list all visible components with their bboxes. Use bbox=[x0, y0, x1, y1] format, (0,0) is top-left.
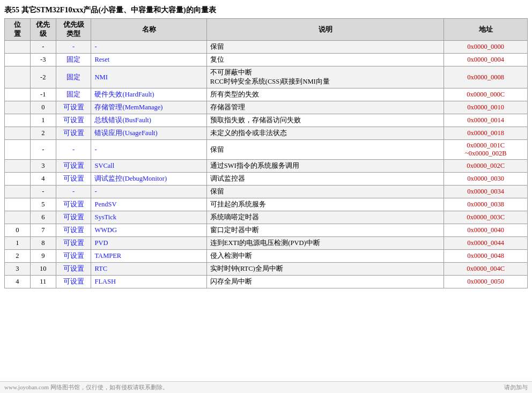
table-row: -2固定NMI不可屏蔽中断RCC时钟安全系统(CSS)联接到NMI向量0x000… bbox=[5, 66, 528, 88]
cell-priority: 3 bbox=[30, 160, 56, 173]
cell-name: 调试监控(DebugMonitor) bbox=[91, 173, 206, 186]
table-header-row: 位置 优先级 优先级类型 名称 说明 地址 bbox=[5, 19, 528, 41]
cell-priority-type: 可设置 bbox=[56, 263, 91, 276]
cell-name: 硬件失效(HardFault) bbox=[91, 88, 206, 101]
cell-priority-type: 可设置 bbox=[56, 127, 91, 140]
cell-desc: 预取指失败，存储器访问失败 bbox=[206, 114, 444, 127]
cell-desc: 保留 bbox=[206, 41, 444, 54]
cell-name: - bbox=[91, 41, 206, 54]
cell-priority-type: 可设置 bbox=[56, 114, 91, 127]
cell-priority: 8 bbox=[30, 237, 56, 250]
cell-priority-type: 可设置 bbox=[56, 237, 91, 250]
table-row: -3固定Reset复位0x0000_0004 bbox=[5, 54, 528, 66]
cell-priority-type: 可设置 bbox=[56, 198, 91, 211]
cell-pos: 3 bbox=[5, 263, 31, 276]
cell-priority-type: 可设置 bbox=[56, 250, 91, 263]
cell-name: FLASH bbox=[91, 276, 206, 288]
table-row: 0可设置存储管理(MemManage)存储器管理0x0000_0010 bbox=[5, 101, 528, 114]
cell-desc: 系统嘀嗒定时器 bbox=[206, 211, 444, 224]
cell-desc: 保留 bbox=[206, 186, 444, 198]
cell-priority-type: - bbox=[56, 41, 91, 54]
vector-table: 位置 优先级 优先级类型 名称 说明 地址 ---保留0x0000_0000-3… bbox=[4, 18, 528, 288]
cell-name: 总线错误(BusFault) bbox=[91, 114, 206, 127]
cell-priority-type: 可设置 bbox=[56, 101, 91, 114]
cell-desc: 侵入检测中断 bbox=[206, 250, 444, 263]
cell-desc: 连到EXTI的电源电压检测(PVD)中断 bbox=[206, 237, 444, 250]
table-row: 4可设置调试监控(DebugMonitor)调试监控器0x0000_0030 bbox=[5, 173, 528, 186]
cell-addr: 0x0000_004C bbox=[444, 263, 528, 276]
table-body: ---保留0x0000_0000-3固定Reset复位0x0000_0004-2… bbox=[5, 41, 528, 288]
cell-priority-type: 可设置 bbox=[56, 160, 91, 173]
cell-priority: 6 bbox=[30, 211, 56, 224]
table-row: 310可设置RTC实时时钟(RTC)全局中断0x0000_004C bbox=[5, 263, 528, 276]
cell-addr: 0x0000_0030 bbox=[444, 173, 528, 186]
cell-priority-type: 可设置 bbox=[56, 211, 91, 224]
cell-desc: 通过SWI指令的系统服务调用 bbox=[206, 160, 444, 173]
header-addr: 地址 bbox=[444, 19, 528, 41]
cell-desc: 可挂起的系统服务 bbox=[206, 198, 444, 211]
cell-priority-type: 可设置 bbox=[56, 276, 91, 288]
table-row: 29可设置TAMPER侵入检测中断0x0000_0048 bbox=[5, 250, 528, 263]
table-row: 6可设置SysTick系统嘀嗒定时器0x0000_003C bbox=[5, 211, 528, 224]
cell-priority: 9 bbox=[30, 250, 56, 263]
cell-desc: 未定义的指令或非法状态 bbox=[206, 127, 444, 140]
cell-pos: 4 bbox=[5, 276, 31, 288]
cell-desc: 存储器管理 bbox=[206, 101, 444, 114]
cell-addr: 0x0000_0034 bbox=[444, 186, 528, 198]
cell-desc: 所有类型的失效 bbox=[206, 88, 444, 101]
cell-pos bbox=[5, 140, 31, 160]
cell-priority: - bbox=[30, 186, 56, 198]
cell-addr: 0x0000_000C bbox=[444, 88, 528, 101]
cell-priority-type: 可设置 bbox=[56, 173, 91, 186]
cell-name: PendSV bbox=[91, 198, 206, 211]
cell-priority-type: - bbox=[56, 140, 91, 160]
cell-priority: - bbox=[30, 140, 56, 160]
cell-priority-type: - bbox=[56, 186, 91, 198]
cell-addr: 0x0000_0010 bbox=[444, 101, 528, 114]
cell-desc: 不可屏蔽中断RCC时钟安全系统(CSS)联接到NMI向量 bbox=[206, 66, 444, 88]
cell-pos bbox=[5, 127, 31, 140]
cell-pos bbox=[5, 41, 31, 54]
table-row: 5可设置PendSV可挂起的系统服务0x0000_0038 bbox=[5, 198, 528, 211]
cell-desc: 闪存全局中断 bbox=[206, 276, 444, 288]
cell-pos bbox=[5, 54, 31, 66]
table-row: ---保留0x0000_0034 bbox=[5, 186, 528, 198]
table-row: ---保留0x0000_0000 bbox=[5, 41, 528, 54]
cell-name: - bbox=[91, 140, 206, 160]
header-name: 名称 bbox=[91, 19, 206, 41]
table-row: 1可设置总线错误(BusFault)预取指失败，存储器访问失败0x0000_00… bbox=[5, 114, 528, 127]
cell-addr: 0x0000_0050 bbox=[444, 276, 528, 288]
cell-pos bbox=[5, 114, 31, 127]
table-title: 表55 其它STM32F10xxx产品(小容量、中容量和大容量)的向量表 bbox=[4, 5, 528, 15]
cell-desc: 复位 bbox=[206, 54, 444, 66]
cell-pos: 0 bbox=[5, 224, 31, 237]
cell-addr: 0x0000_0004 bbox=[444, 54, 528, 66]
cell-pos: 1 bbox=[5, 237, 31, 250]
cell-priority-type: 固定 bbox=[56, 66, 91, 88]
cell-desc: 窗口定时器中断 bbox=[206, 224, 444, 237]
cell-pos bbox=[5, 88, 31, 101]
header-priority: 优先级 bbox=[30, 19, 56, 41]
cell-addr: 0x0000_001C~0x0000_002B bbox=[444, 140, 528, 160]
cell-pos: 2 bbox=[5, 250, 31, 263]
cell-name: 错误应用(UsageFault) bbox=[91, 127, 206, 140]
cell-addr: 0x0000_002C bbox=[444, 160, 528, 173]
cell-priority: 1 bbox=[30, 114, 56, 127]
cell-pos bbox=[5, 198, 31, 211]
cell-pos bbox=[5, 101, 31, 114]
cell-name: RTC bbox=[91, 263, 206, 276]
cell-addr: 0x0000_0008 bbox=[444, 66, 528, 88]
cell-desc: 调试监控器 bbox=[206, 173, 444, 186]
table-row: 07可设置WWDG窗口定时器中断0x0000_0040 bbox=[5, 224, 528, 237]
watermark-right: 请勿加与 bbox=[504, 383, 528, 391]
watermark-bar: www.joyoban.com 网络图书馆，仅行使，如有侵权请联系删除。 请勿加… bbox=[0, 381, 532, 393]
cell-priority: 2 bbox=[30, 127, 56, 140]
cell-desc: 保留 bbox=[206, 140, 444, 160]
cell-priority: 4 bbox=[30, 173, 56, 186]
table-row: 18可设置PVD连到EXTI的电源电压检测(PVD)中断0x0000_0044 bbox=[5, 237, 528, 250]
cell-priority: 7 bbox=[30, 224, 56, 237]
cell-priority-type: 可设置 bbox=[56, 224, 91, 237]
cell-name: TAMPER bbox=[91, 250, 206, 263]
cell-addr: 0x0000_0040 bbox=[444, 224, 528, 237]
cell-name: NMI bbox=[91, 66, 206, 88]
